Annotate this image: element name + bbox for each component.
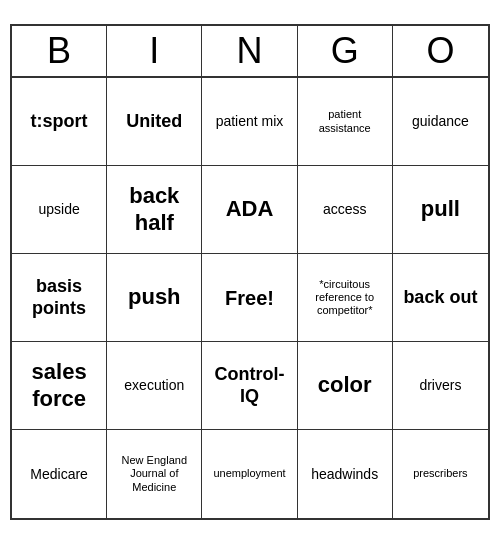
- header-letter-O: O: [393, 26, 488, 76]
- header-letter-I: I: [107, 26, 202, 76]
- bingo-cell-21: New England Journal of Medicine: [107, 430, 202, 518]
- bingo-cell-19: drivers: [393, 342, 488, 430]
- bingo-cell-0: t:sport: [12, 78, 107, 166]
- bingo-cell-4: guidance: [393, 78, 488, 166]
- bingo-cell-6: back half: [107, 166, 202, 254]
- header-letter-B: B: [12, 26, 107, 76]
- bingo-cell-18: color: [298, 342, 393, 430]
- bingo-header: BINGO: [12, 26, 488, 78]
- bingo-cell-13: *circuitous reference to competitor*: [298, 254, 393, 342]
- bingo-cell-17: Control-IQ: [202, 342, 297, 430]
- bingo-cell-11: push: [107, 254, 202, 342]
- bingo-cell-3: patient assistance: [298, 78, 393, 166]
- bingo-cell-12: Free!: [202, 254, 297, 342]
- header-letter-G: G: [298, 26, 393, 76]
- bingo-cell-10: basis points: [12, 254, 107, 342]
- bingo-cell-2: patient mix: [202, 78, 297, 166]
- bingo-cell-1: United: [107, 78, 202, 166]
- bingo-cell-15: sales force: [12, 342, 107, 430]
- bingo-grid: t:sportUnitedpatient mixpatient assistan…: [12, 78, 488, 518]
- bingo-cell-8: access: [298, 166, 393, 254]
- bingo-cell-7: ADA: [202, 166, 297, 254]
- bingo-card: BINGO t:sportUnitedpatient mixpatient as…: [10, 24, 490, 520]
- bingo-cell-22: unemployment: [202, 430, 297, 518]
- bingo-cell-20: Medicare: [12, 430, 107, 518]
- header-letter-N: N: [202, 26, 297, 76]
- bingo-cell-5: upside: [12, 166, 107, 254]
- bingo-cell-24: prescribers: [393, 430, 488, 518]
- bingo-cell-14: back out: [393, 254, 488, 342]
- bingo-cell-23: headwinds: [298, 430, 393, 518]
- bingo-cell-9: pull: [393, 166, 488, 254]
- bingo-cell-16: execution: [107, 342, 202, 430]
